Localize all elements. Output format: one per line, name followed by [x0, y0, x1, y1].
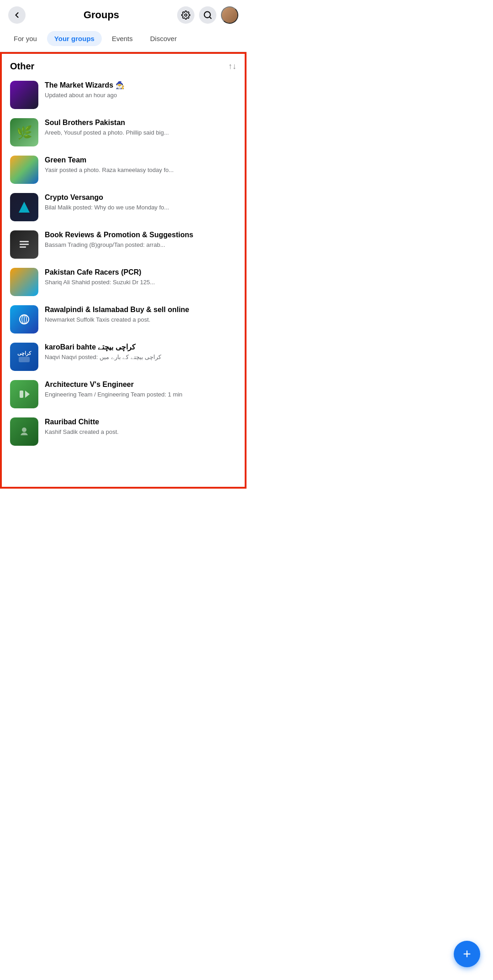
group-subtitle: Engineering Team / Engineering Team post… [45, 391, 236, 399]
svg-rect-10 [19, 357, 30, 362]
group-name: Rawalpindi & Islamabad Buy & sell online [45, 305, 236, 315]
svg-rect-4 [20, 241, 29, 242]
group-info: Soul Brothers Pakistan Areeb, Yousuf pos… [45, 118, 236, 137]
group-subtitle: Areeb, Yousuf posted a photo. Phillip sa… [45, 129, 236, 137]
tab-events[interactable]: Events [105, 31, 140, 46]
group-name: Pakistan Cafe Racers (PCR) [45, 268, 236, 277]
svg-rect-12 [20, 391, 23, 398]
svg-line-2 [210, 17, 211, 19]
group-info: Rawalpindi & Islamabad Buy & sell online… [45, 305, 236, 324]
group-name: The Market Wizards 🧙‍♂️ [45, 81, 236, 90]
group-subtitle: Updated about an hour ago [45, 92, 236, 99]
group-thumbnail: کراچی [10, 343, 38, 371]
svg-marker-13 [25, 391, 30, 398]
group-thumbnail [10, 81, 38, 109]
back-button[interactable] [8, 6, 26, 24]
group-info: Book Reviews & Promotion & Suggestions B… [45, 230, 236, 249]
page-title: Groups [26, 9, 177, 21]
settings-button[interactable] [177, 6, 194, 24]
search-button[interactable] [199, 6, 216, 24]
sort-icon[interactable]: ↑↓ [228, 62, 236, 71]
svg-point-0 [185, 14, 187, 16]
gear-icon [181, 10, 190, 20]
group-name: Architecture V's Engineer [45, 380, 236, 390]
list-item[interactable]: Pakistan Cafe Racers (PCR) Shariq Ali Sh… [2, 263, 245, 301]
svg-rect-6 [20, 246, 26, 248]
group-info: Pakistan Cafe Racers (PCR) Shariq Ali Sh… [45, 268, 236, 287]
group-subtitle: Newmarket Suffolk Taxis created a post. [45, 316, 236, 324]
tab-bar: For you Your groups Events Discover [0, 28, 246, 52]
svg-text:کراچی: کراچی [17, 350, 31, 356]
user-avatar [222, 7, 238, 24]
group-name: Crypto Versango [45, 193, 236, 203]
tab-your-groups[interactable]: Your groups [47, 31, 102, 46]
group-subtitle: Bilal Malik posted: Why do we use Monday… [45, 204, 236, 212]
list-item[interactable]: Crypto Versango Bilal Malik posted: Why … [2, 188, 245, 226]
header-actions [177, 6, 238, 24]
group-subtitle: Kashif Sadik created a post. [45, 428, 236, 436]
list-item[interactable]: 🌿 Soul Brothers Pakistan Areeb, Yousuf p… [2, 114, 245, 151]
group-info: Green Team Yasir posted a photo. Raza ka… [45, 156, 236, 174]
group-info: Rauribad Chitte Kashif Sadik created a p… [45, 417, 236, 436]
list-item[interactable]: The Market Wizards 🧙‍♂️ Updated about an… [2, 76, 245, 114]
list-item[interactable]: کراچی karoBari bahte ‎کراچی بیچتے Naqvi … [2, 338, 245, 375]
group-thumbnail [10, 305, 38, 334]
section-header: Other ↑↓ [2, 54, 245, 76]
group-thumbnail [10, 268, 38, 296]
group-thumbnail [10, 193, 38, 221]
group-thumbnail [10, 156, 38, 184]
list-item[interactable]: Green Team Yasir posted a photo. Raza ka… [2, 151, 245, 188]
group-name: karoBari bahte ‎کراچی بیچتے [45, 343, 236, 352]
svg-marker-3 [19, 202, 30, 213]
group-name: Book Reviews & Promotion & Suggestions [45, 230, 236, 240]
group-subtitle: Bassam Trading (B)group/Tan posted: arra… [45, 241, 236, 249]
group-name: Green Team [45, 156, 236, 165]
other-section-container: Other ↑↓ The Market Wizards 🧙‍♂️ Updated… [0, 52, 246, 489]
list-item[interactable]: Architecture V's Engineer Engineering Te… [2, 375, 245, 413]
group-subtitle: Yasir posted a photo. Raza kameelasy tod… [45, 167, 236, 174]
avatar-button[interactable] [221, 6, 238, 24]
group-name: Rauribad Chitte [45, 417, 236, 427]
group-name: Soul Brothers Pakistan [45, 118, 236, 128]
group-thumbnail: 🌿 [10, 118, 38, 146]
group-subtitle: Naqvi Naqvi posted: ‎کراچی بیچتے کے بارے… [45, 354, 236, 361]
svg-rect-5 [20, 244, 29, 245]
list-item[interactable]: Rawalpindi & Islamabad Buy & sell online… [2, 301, 245, 338]
tab-discover[interactable]: Discover [143, 31, 184, 46]
group-info: Crypto Versango Bilal Malik posted: Why … [45, 193, 236, 212]
svg-point-14 [22, 427, 26, 432]
group-thumbnail [10, 417, 38, 446]
header: Groups [0, 0, 246, 28]
list-item[interactable]: Book Reviews & Promotion & Suggestions B… [2, 226, 245, 263]
group-thumbnail [10, 230, 38, 259]
search-icon [203, 10, 212, 20]
group-info: karoBari bahte ‎کراچی بیچتے Naqvi Naqvi … [45, 343, 236, 361]
group-list: The Market Wizards 🧙‍♂️ Updated about an… [2, 76, 245, 487]
tab-for-you[interactable]: For you [6, 31, 44, 46]
group-info: Architecture V's Engineer Engineering Te… [45, 380, 236, 399]
group-subtitle: Shariq Ali Shahid posted: Suzuki Dr 125.… [45, 279, 236, 287]
group-thumbnail [10, 380, 38, 408]
section-title: Other [10, 61, 34, 72]
list-item[interactable]: Rauribad Chitte Kashif Sadik created a p… [2, 413, 245, 450]
group-info: The Market Wizards 🧙‍♂️ Updated about an… [45, 81, 236, 99]
